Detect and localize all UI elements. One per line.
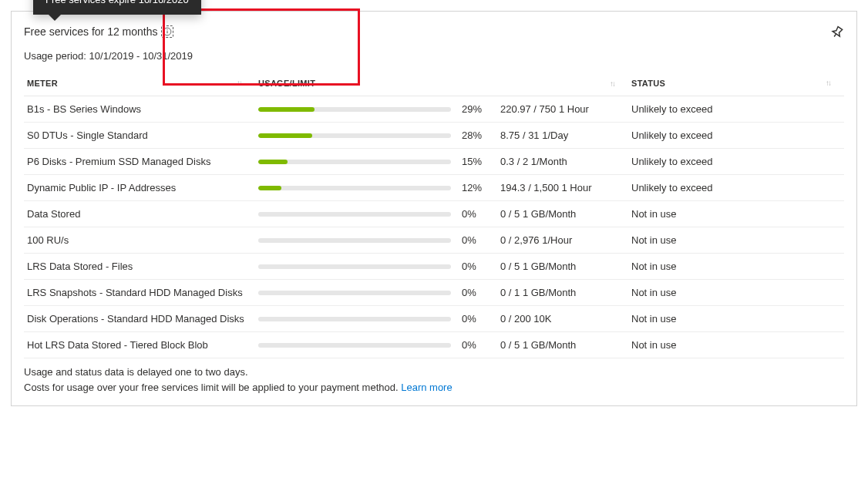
- cell-percent: 0%: [459, 254, 497, 280]
- cell-status: Unlikely to exceed: [628, 123, 844, 149]
- cell-percent: 0%: [459, 227, 497, 254]
- cell-usage: 0 / 5 1 GB/Month: [497, 254, 628, 280]
- cell-percent: 15%: [459, 149, 497, 175]
- info-tooltip: Free services expire 10/16/2020: [33, 0, 201, 15]
- pin-icon[interactable]: [830, 25, 844, 39]
- tooltip-text: Free services expire 10/16/2020: [45, 0, 189, 5]
- col-header-usage-value[interactable]: ↑↓: [497, 72, 628, 96]
- cell-meter: Dynamic Public IP - IP Addresses: [24, 175, 255, 201]
- cell-meter: Data Stored: [24, 201, 255, 227]
- cell-progress: [255, 123, 459, 149]
- cell-percent: 0%: [459, 306, 497, 332]
- cell-status: Unlikely to exceed: [628, 175, 844, 201]
- cell-status: Not in use: [628, 332, 844, 358]
- cell-status: Not in use: [628, 227, 844, 254]
- cell-usage: 0 / 2,976 1/Hour: [497, 227, 628, 254]
- col-header-meter[interactable]: METER ↑↓: [24, 72, 255, 96]
- cell-usage: 220.97 / 750 1 Hour: [497, 96, 628, 123]
- cell-percent: 0%: [459, 201, 497, 227]
- cell-usage: 0 / 5 1 GB/Month: [497, 332, 628, 358]
- progress-track: [258, 317, 451, 321]
- svg-rect-1: [167, 31, 167, 33]
- cell-percent: 28%: [459, 123, 497, 149]
- cell-usage: 0 / 5 1 GB/Month: [497, 201, 628, 227]
- cell-percent: 29%: [459, 96, 497, 123]
- table-row: 100 RU/s0%0 / 2,976 1/HourNot in use: [24, 227, 844, 254]
- cell-status: Unlikely to exceed: [628, 96, 844, 123]
- footer-note: Usage and status data is delayed one to …: [24, 365, 844, 395]
- cell-percent: 0%: [459, 280, 497, 306]
- usage-period-value: 10/1/2019 - 10/31/2019: [89, 50, 193, 62]
- cell-usage: 8.75 / 31 1/Day: [497, 123, 628, 149]
- table-row: LRS Data Stored - Files0%0 / 5 1 GB/Mont…: [24, 254, 844, 280]
- cell-status: Not in use: [628, 201, 844, 227]
- progress-fill: [258, 107, 315, 112]
- sort-icon: ↑↓: [237, 79, 241, 87]
- cell-progress: [255, 175, 459, 201]
- cell-meter: 100 RU/s: [24, 227, 255, 254]
- card-title: Free services for 12 months: [24, 25, 158, 38]
- cell-status: Not in use: [628, 306, 844, 332]
- progress-fill: [258, 186, 281, 190]
- table-row: Hot LRS Data Stored - Tiered Block Blob0…: [24, 332, 844, 358]
- cell-progress: [255, 254, 459, 280]
- sort-icon: ↑↓: [610, 79, 614, 88]
- cell-progress: [255, 149, 459, 175]
- info-icon[interactable]: [161, 25, 173, 38]
- progress-fill: [258, 133, 312, 138]
- table-row: Data Stored0%0 / 5 1 GB/MonthNot in use: [24, 201, 844, 227]
- cell-meter: P6 Disks - Premium SSD Managed Disks: [24, 149, 255, 175]
- cell-status: Not in use: [628, 254, 844, 280]
- progress-track: [258, 264, 451, 269]
- progress-track: [258, 186, 451, 190]
- table-row: Disk Operations - Standard HDD Managed D…: [24, 306, 844, 332]
- progress-track: [258, 212, 451, 217]
- cell-progress: [255, 280, 459, 306]
- table-row: LRS Snapshots - Standard HDD Managed Dis…: [24, 280, 844, 306]
- cell-meter: LRS Data Stored - Files: [24, 254, 255, 280]
- cell-percent: 0%: [459, 332, 497, 358]
- cell-usage: 0 / 1 1 GB/Month: [497, 280, 628, 306]
- table-row: Dynamic Public IP - IP Addresses12%194.3…: [24, 175, 844, 201]
- cell-meter: LRS Snapshots - Standard HDD Managed Dis…: [24, 280, 255, 306]
- progress-track: [258, 133, 451, 138]
- cell-usage: 194.3 / 1,500 1 Hour: [497, 175, 628, 201]
- progress-track: [258, 238, 451, 243]
- cell-progress: [255, 227, 459, 254]
- cell-progress: [255, 96, 459, 123]
- col-header-status[interactable]: STATUS ↑↓: [628, 72, 844, 96]
- svg-rect-2: [167, 29, 167, 30]
- table-container: METER ↑↓ USAGE/LIMIT ↑↓ STATUS ↑↓: [24, 72, 844, 358]
- sort-icon: ↑↓: [826, 79, 830, 87]
- table-scroll[interactable]: METER ↑↓ USAGE/LIMIT ↑↓ STATUS ↑↓: [24, 72, 844, 358]
- table-row: P6 Disks - Premium SSD Managed Disks15%0…: [24, 149, 844, 175]
- cell-usage: 0.3 / 2 1/Month: [497, 149, 628, 175]
- progress-track: [258, 160, 451, 164]
- cell-meter: S0 DTUs - Single Standard: [24, 123, 255, 149]
- cell-meter: B1s - BS Series Windows: [24, 96, 255, 123]
- cell-percent: 12%: [459, 175, 497, 201]
- free-services-card: Free services for 12 months Free service…: [11, 11, 857, 406]
- progress-track: [258, 343, 451, 348]
- cell-progress: [255, 201, 459, 227]
- cell-usage: 0 / 200 10K: [497, 306, 628, 332]
- cell-progress: [255, 332, 459, 358]
- table-row: B1s - BS Series Windows29%220.97 / 750 1…: [24, 96, 844, 123]
- progress-track: [258, 291, 451, 295]
- footer-line2: Costs for usage over your free services …: [24, 382, 399, 393]
- cell-progress: [255, 306, 459, 332]
- usage-period-label: Usage period:: [24, 50, 86, 62]
- footer-line1: Usage and status data is delayed one to …: [24, 365, 844, 380]
- progress-fill: [258, 160, 288, 164]
- cell-status: Not in use: [628, 280, 844, 306]
- usage-period: Usage period: 10/1/2019 - 10/31/2019: [24, 50, 844, 62]
- usage-table: METER ↑↓ USAGE/LIMIT ↑↓ STATUS ↑↓: [24, 72, 844, 358]
- cell-status: Unlikely to exceed: [628, 149, 844, 175]
- col-header-usage-limit[interactable]: USAGE/LIMIT: [255, 72, 497, 96]
- learn-more-link[interactable]: Learn more: [401, 382, 452, 393]
- cell-meter: Hot LRS Data Stored - Tiered Block Blob: [24, 332, 255, 358]
- table-row: S0 DTUs - Single Standard28%8.75 / 31 1/…: [24, 123, 844, 149]
- title-row: Free services for 12 months Free service…: [24, 25, 173, 38]
- progress-track: [258, 107, 451, 112]
- cell-meter: Disk Operations - Standard HDD Managed D…: [24, 306, 255, 332]
